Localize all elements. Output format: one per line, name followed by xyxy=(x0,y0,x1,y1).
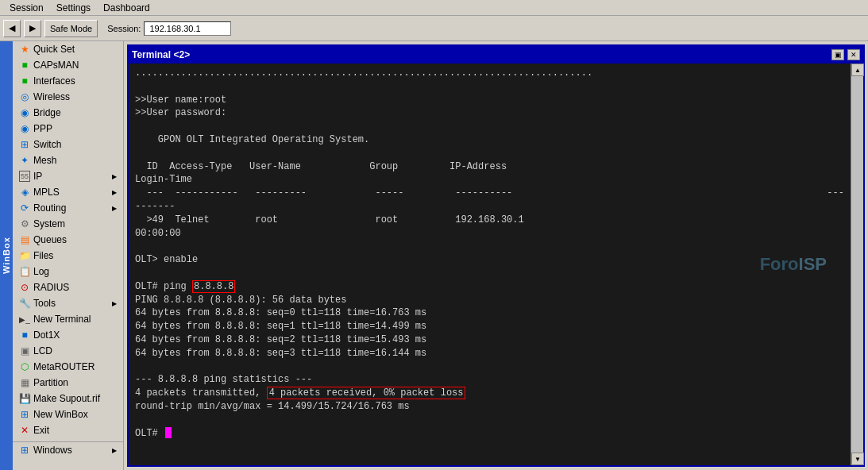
back-button[interactable]: ◀ xyxy=(3,20,21,37)
sidebar-wrapper: WinBox ★ Quick Set ■ CAPsMAN ■ Interface… xyxy=(0,41,124,470)
sidebar-item-ip[interactable]: 55 IP xyxy=(13,168,123,184)
terminal-titlebar: Terminal <2> ▣ ✕ xyxy=(129,46,863,64)
sidebar-item-quick-set[interactable]: ★ Quick Set xyxy=(13,41,123,57)
menu-settings[interactable]: Settings xyxy=(50,1,97,15)
exit-icon: ✕ xyxy=(19,425,30,436)
scroll-track[interactable] xyxy=(851,76,863,453)
sidebar-label-routing: Routing xyxy=(33,202,66,214)
log-icon: 📋 xyxy=(19,266,30,277)
mpls-icon: ◈ xyxy=(19,187,30,198)
terminal-body[interactable]: ........................................… xyxy=(129,64,851,465)
sidebar-label-interfaces: Interfaces xyxy=(33,75,75,87)
sidebar-item-bridge[interactable]: ◉ Bridge xyxy=(13,105,123,121)
sidebar-label-mesh: Mesh xyxy=(33,155,56,166)
sidebar-item-files[interactable]: 📁 Files xyxy=(13,248,123,264)
sidebar-label-ip: IP xyxy=(33,171,42,182)
metarouter-icon: ⬡ xyxy=(19,361,30,372)
success-highlight: 4 packets received, 0% packet loss xyxy=(267,387,466,399)
sidebar-item-mpls[interactable]: ◈ MPLS xyxy=(13,184,123,200)
sidebar-label-new-winbox: New WinBox xyxy=(33,409,88,420)
terminal-window: Terminal <2> ▣ ✕ .......................… xyxy=(127,44,865,467)
content-area: Terminal <2> ▣ ✕ .......................… xyxy=(124,41,868,470)
sidebar-label-log: Log xyxy=(33,266,49,277)
routing-icon: ⟳ xyxy=(19,202,30,214)
mesh-icon: ✦ xyxy=(19,155,30,166)
safe-mode-button[interactable]: Safe Mode xyxy=(44,20,98,37)
sidebar-label-lcd: LCD xyxy=(33,345,52,356)
session-label: Session: xyxy=(107,24,141,33)
switch-icon: ⊞ xyxy=(19,139,30,150)
menu-bar: Session Settings Dashboard xyxy=(0,0,868,16)
radius-icon: ⊙ xyxy=(19,282,30,293)
sidebar-item-ppp[interactable]: ◉ PPP xyxy=(13,121,123,137)
ppp-icon: ◉ xyxy=(19,123,30,134)
sidebar-item-partition[interactable]: ▦ Partition xyxy=(13,375,123,391)
sidebar-item-queues[interactable]: ▤ Queues xyxy=(13,232,123,248)
partition-icon: ▦ xyxy=(19,377,30,388)
menu-session[interactable]: Session xyxy=(3,1,50,15)
sidebar-label-radius: RADIUS xyxy=(33,282,69,293)
sidebar-label-ppp: PPP xyxy=(33,123,52,134)
sidebar-label-wireless: Wireless xyxy=(33,91,70,102)
sidebar-item-tools[interactable]: 🔧 Tools xyxy=(13,295,123,311)
sidebar-label-files: Files xyxy=(33,250,53,261)
sidebar-label-quick-set: Quick Set xyxy=(33,44,75,55)
lcd-icon: ▣ xyxy=(19,345,30,356)
sidebar-label-mpls: MPLS xyxy=(33,187,60,198)
bridge-icon: ◉ xyxy=(19,107,30,118)
sidebar-item-exit[interactable]: ✕ Exit xyxy=(13,422,123,438)
menu-dashboard[interactable]: Dashboard xyxy=(97,1,156,15)
terminal-scrollbar[interactable]: ▲ ▼ xyxy=(851,64,863,465)
sidebar-item-metarouter[interactable]: ⬡ MetaROUTER xyxy=(13,359,123,375)
sidebar-label-make-supout: Make Supout.rif xyxy=(33,393,100,404)
winbox-label: WinBox xyxy=(0,41,13,470)
sidebar-label-switch: Switch xyxy=(33,139,61,150)
sidebar-label-exit: Exit xyxy=(33,425,49,436)
new-winbox-icon: ⊞ xyxy=(19,409,30,420)
sidebar-item-log[interactable]: 📋 Log xyxy=(13,264,123,279)
sidebar-item-mesh[interactable]: ✦ Mesh xyxy=(13,152,123,168)
sidebar-label-capsman: CAPsMAN xyxy=(33,60,79,71)
forward-button[interactable]: ▶ xyxy=(24,20,41,37)
sidebar-item-capsman[interactable]: ■ CAPsMAN xyxy=(13,57,123,73)
terminal-output: ........................................… xyxy=(135,67,844,440)
sidebar-item-new-winbox[interactable]: ⊞ New WinBox xyxy=(13,406,123,422)
sidebar-label-bridge: Bridge xyxy=(33,107,61,118)
sidebar-item-wireless[interactable]: ◎ Wireless xyxy=(13,89,123,105)
sidebar-item-interfaces[interactable]: ■ Interfaces xyxy=(13,73,123,89)
interfaces-icon: ■ xyxy=(19,75,30,87)
system-icon: ⚙ xyxy=(19,218,30,229)
files-icon: 📁 xyxy=(19,250,30,261)
sidebar-label-queues: Queues xyxy=(33,234,67,245)
sidebar-item-switch[interactable]: ⊞ Switch xyxy=(13,137,123,152)
sidebar-item-radius[interactable]: ⊙ RADIUS xyxy=(13,279,123,295)
windows-icon: ⊞ xyxy=(19,445,30,456)
sidebar-item-lcd[interactable]: ▣ LCD xyxy=(13,343,123,359)
terminal-cursor xyxy=(165,427,172,438)
sidebar-item-make-supout[interactable]: 💾 Make Supout.rif xyxy=(13,391,123,406)
sidebar-item-new-terminal[interactable]: ▶_ New Terminal xyxy=(13,311,123,327)
sidebar-item-dot1x[interactable]: ■ Dot1X xyxy=(13,327,123,343)
terminal-title: Terminal <2> xyxy=(132,49,828,60)
terminal-container: ........................................… xyxy=(129,64,863,465)
sidebar-label-tools: Tools xyxy=(33,298,56,309)
sidebar-label-metarouter: MetaROUTER xyxy=(33,361,95,372)
sidebar: ★ Quick Set ■ CAPsMAN ■ Interfaces ◎ Wir… xyxy=(13,41,124,470)
ip-icon: 55 xyxy=(19,171,30,182)
sidebar-label-dot1x: Dot1X xyxy=(33,329,60,341)
terminal-restore-button[interactable]: ▣ xyxy=(831,49,844,60)
sidebar-item-routing[interactable]: ⟳ Routing xyxy=(13,200,123,216)
sidebar-item-windows[interactable]: ⊞ Windows xyxy=(13,442,123,458)
sidebar-label-new-terminal: New Terminal xyxy=(33,314,91,325)
scroll-down-button[interactable]: ▼ xyxy=(851,453,864,465)
quick-set-icon: ★ xyxy=(19,44,30,55)
sidebar-item-system[interactable]: ⚙ System xyxy=(13,216,123,232)
new-terminal-icon: ▶_ xyxy=(19,314,30,325)
sidebar-label-windows: Windows xyxy=(33,445,72,456)
dot1x-icon: ■ xyxy=(19,329,30,341)
sidebar-label-partition: Partition xyxy=(33,377,68,388)
terminal-close-button[interactable]: ✕ xyxy=(847,49,860,60)
tools-icon: 🔧 xyxy=(19,298,30,309)
scroll-up-button[interactable]: ▲ xyxy=(851,64,864,76)
toolbar: ◀ ▶ Safe Mode Session: 192.168.30.1 xyxy=(0,16,868,41)
